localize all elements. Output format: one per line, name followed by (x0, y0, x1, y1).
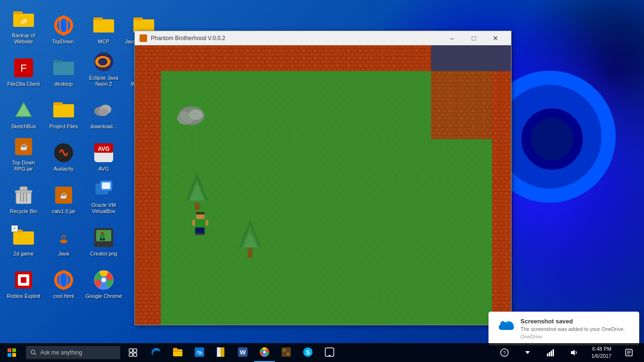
icon-coolhtml[interactable]: cool.html (45, 259, 83, 302)
taskbar-right: ? (494, 343, 644, 362)
taskbar-search[interactable] (26, 346, 120, 359)
desktop-icons-area: 📁 Backup of Website F FileZilla Client (0, 0, 132, 344)
taskbar-app-minecraft[interactable] (276, 343, 297, 362)
svg-point-22 (57, 19, 70, 32)
taskbar-app-chrome[interactable] (254, 343, 275, 362)
svg-point-34 (57, 273, 70, 287)
system-clock[interactable]: 6:48 PM 1/6/2017 (586, 346, 616, 360)
icon-roblox[interactable]: Roblox Exploit (5, 259, 42, 302)
svg-rect-27 (53, 102, 63, 105)
search-field[interactable] (40, 349, 116, 356)
svg-rect-121 (173, 348, 177, 350)
svg-rect-24 (53, 62, 74, 75)
svg-rect-117 (133, 349, 137, 352)
svg-point-32 (60, 239, 67, 243)
notification-content: Screenshot saved The screenshot was adde… (520, 318, 632, 339)
svg-rect-111 (12, 348, 16, 352)
svg-rect-125 (217, 347, 221, 357)
svg-marker-6 (17, 104, 31, 116)
svg-marker-151 (571, 350, 575, 355)
icon-sketchbus[interactable]: SketchBus (5, 90, 42, 132)
icon-calv[interactable]: ☕ calv1.0.jar (45, 174, 83, 217)
svg-text:?: ? (503, 350, 506, 356)
icon-creator[interactable]: Creator.png (85, 217, 123, 259)
svg-rect-49 (102, 182, 110, 189)
svg-rect-1 (13, 11, 23, 14)
svg-rect-61 (133, 17, 143, 20)
svg-rect-109 (161, 71, 492, 325)
bg-decoration-inner (521, 108, 583, 170)
svg-rect-12 (20, 187, 27, 190)
clock-time: 6:48 PM (591, 346, 611, 353)
svg-rect-53 (100, 235, 105, 239)
svg-text:AVG: AVG (98, 146, 109, 152)
game-window[interactable]: Phantom Brotherhood V.0.0.2 – □ ✕ (134, 31, 512, 325)
icon-java[interactable]: Java (45, 217, 83, 259)
notification-center-button[interactable] (619, 343, 639, 362)
icon-mcp[interactable]: MCP (85, 5, 123, 47)
svg-text:W: W (240, 349, 246, 356)
svg-rect-149 (551, 351, 552, 356)
icon-chrome[interactable]: Google Chrome (85, 259, 123, 302)
close-button[interactable]: ✕ (485, 31, 506, 45)
icon-topdown[interactable]: ☕ Top Down RPG.jar (5, 132, 42, 174)
help-button[interactable]: ? (494, 343, 515, 362)
window-title: Phantom Brotherhood V.0.0.2 (151, 35, 441, 41)
taskbar-app-store[interactable]: 🛍 (189, 343, 210, 362)
notification-source: OneDrive (520, 334, 632, 339)
start-button[interactable] (0, 343, 24, 362)
icon-project-files[interactable]: Project Files (45, 90, 83, 132)
svg-point-134 (264, 351, 266, 354)
minimize-button[interactable]: – (441, 31, 463, 45)
svg-rect-126 (221, 347, 224, 357)
icon-download[interactable]: download... (85, 90, 123, 132)
icon-eclipse[interactable]: Eclipse Java Neon 2 (85, 47, 123, 90)
svg-rect-36 (93, 19, 114, 33)
icon-desktop[interactable]: desktop (45, 47, 83, 90)
icon-recycle-bin[interactable]: Recycle Bin (5, 174, 42, 217)
svg-rect-139 (287, 353, 289, 355)
svg-rect-37 (93, 17, 103, 20)
svg-rect-112 (8, 353, 11, 357)
svg-rect-16 (13, 231, 34, 245)
taskbar-app-tablet[interactable] (319, 343, 340, 362)
taskbar-app-explorer[interactable] (167, 343, 188, 362)
taskbar-app-skype[interactable]: S (297, 343, 318, 362)
taskbar-app-edge[interactable] (146, 343, 166, 362)
clock-date: 1/6/2017 (591, 353, 611, 360)
game-content (135, 45, 511, 325)
expand-tray-button[interactable] (517, 343, 538, 362)
notification-body: The screenshot was added to your OneDriv… (520, 326, 632, 332)
icon-2dgame[interactable]: ✓ 2d game (5, 217, 42, 259)
svg-rect-148 (549, 352, 550, 356)
game-canvas (135, 45, 511, 325)
svg-rect-138 (283, 353, 286, 355)
icon-topdown2[interactable]: TopDown. (45, 5, 83, 47)
svg-text:F: F (20, 62, 26, 74)
task-view-button[interactable] (123, 343, 143, 362)
onedrive-notification[interactable]: Screenshot saved The screenshot was adde… (488, 312, 639, 346)
svg-rect-26 (53, 104, 74, 117)
window-controls: – □ ✕ (441, 31, 506, 45)
svg-rect-136 (283, 349, 286, 352)
taskbar-app-word[interactable]: W (232, 343, 253, 362)
window-titlebar: Phantom Brotherhood V.0.0.2 – □ ✕ (135, 31, 511, 45)
volume-icon[interactable] (563, 343, 584, 362)
taskbar-app-winrar[interactable] (211, 343, 231, 362)
icon-avg[interactable]: AVG AVG (85, 132, 123, 174)
svg-rect-119 (133, 353, 137, 356)
network-icon[interactable] (540, 343, 561, 362)
icon-virtualbox[interactable]: Oracle VM VirtualBox (85, 174, 123, 217)
icon-filezilla[interactable]: F FileZilla Client (5, 47, 42, 90)
svg-rect-143 (329, 355, 330, 356)
svg-point-114 (31, 350, 35, 354)
taskbar-apps: 🛍 W (146, 343, 340, 362)
svg-rect-113 (12, 353, 16, 357)
svg-rect-20 (21, 277, 26, 283)
svg-rect-54 (100, 239, 102, 240)
svg-text:🛍: 🛍 (197, 349, 202, 356)
icon-audacity[interactable]: Audacity (45, 132, 83, 174)
svg-point-40 (98, 58, 107, 66)
restore-button[interactable]: □ (463, 31, 485, 45)
icon-backup-website[interactable]: 📁 Backup of Website (5, 5, 42, 47)
